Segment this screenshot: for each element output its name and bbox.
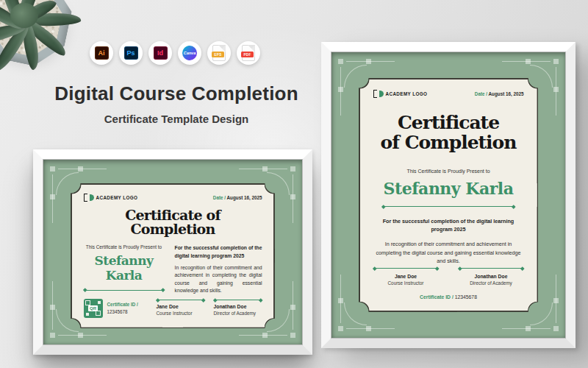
certificate-header: ACADEMY LOGO Date / August 16, 2025 xyxy=(373,90,524,98)
signature-line xyxy=(214,299,262,302)
illustrator-badge: Ai xyxy=(95,46,109,60)
landscape-certificate-frame: ACADEMY LOGO Date / August 16, 2025 Cert… xyxy=(33,149,312,355)
ornamental-divider xyxy=(84,289,165,291)
signature-block: Jane Doe Course Instructor xyxy=(157,299,205,316)
certificate-panel: ACADEMY LOGO Date / August 16, 2025 Cert… xyxy=(72,185,274,328)
signature-line xyxy=(459,267,523,270)
signer-role: Director of Academy xyxy=(214,311,262,316)
certificate-date: Date / August 16, 2025 xyxy=(475,91,524,96)
certificate-title: Certificate of Completion xyxy=(373,113,524,152)
signatures-row: Jane Doe Course Instructor Jonathan Doe … xyxy=(373,267,524,286)
description-column: For the successful completion of the dig… xyxy=(175,244,262,295)
pdf-label: PDF xyxy=(241,52,254,57)
completion-statement: For the successful completion of the dig… xyxy=(175,244,262,259)
logo-mark-icon xyxy=(90,194,94,201)
pdf-file: PDF xyxy=(242,45,255,61)
qr-code-icon: QR xyxy=(84,299,103,318)
logo-mark-icon xyxy=(379,91,384,97)
presented-label: This Certificate is Proudly Present to xyxy=(373,169,524,174)
canva-badge: Canva xyxy=(182,46,197,60)
pdf-file-icon: PDF xyxy=(237,41,260,65)
recognition-text: In recognition of their commitment and a… xyxy=(373,240,524,266)
signer-name: Jane Doe xyxy=(157,304,205,309)
plant-core xyxy=(10,3,38,28)
certificate-id-label: Certificate ID / xyxy=(107,301,138,308)
page-subtitle: Certificate Template Design xyxy=(0,113,353,125)
eps-label: EPS xyxy=(212,52,224,57)
page-title: Digital Course Completion xyxy=(0,82,353,105)
canva-icon: Canva xyxy=(178,41,201,65)
date-label: Date / xyxy=(213,195,226,200)
signer-name: Jonathan Doe xyxy=(459,274,523,279)
signer-name: Jane Doe xyxy=(373,274,438,279)
date-value: August 16, 2025 xyxy=(489,91,524,96)
certificate-footer: QR Certificate ID / 12345678 Jane D xyxy=(84,299,262,318)
certificate-date: Date / August 16, 2025 xyxy=(213,195,262,200)
succulent-plant xyxy=(0,0,93,88)
certificate-title-line1: Certificate xyxy=(373,113,524,132)
certificate-id-value: 12345678 xyxy=(107,308,138,315)
date-value: August 16, 2025 xyxy=(227,195,262,200)
date-label: Date / xyxy=(475,91,487,96)
photoshop-icon: Ps xyxy=(119,41,143,65)
certificate-id: Certificate ID / 12345678 xyxy=(373,294,524,300)
signature-block: Jane Doe Course Instructor xyxy=(373,267,438,286)
certificate-id: Certificate ID / 12345678 xyxy=(107,301,138,315)
recipient-name: Stefanny Karla xyxy=(84,253,165,283)
portrait-certificate-frame: ACADEMY LOGO Date / August 16, 2025 Cert… xyxy=(321,42,576,348)
signer-name: Jonathan Doe xyxy=(214,304,262,309)
certificate-id-label: Certificate ID / xyxy=(420,294,453,300)
signature-block: Jonathan Doe Director of Academy xyxy=(214,299,262,316)
certificate-header: ACADEMY LOGO Date / August 16, 2025 xyxy=(84,194,262,202)
photoshop-badge: Ps xyxy=(124,46,138,60)
completion-statement: For the successful completion of the dig… xyxy=(373,217,524,233)
eps-file-icon: EPS xyxy=(207,41,231,65)
software-icons-row: Ai Ps Id Canva EPS PDF xyxy=(90,41,260,65)
mockup-stage: Ai Ps Id Canva EPS PDF Digital Course Co… xyxy=(0,0,588,368)
qr-block: QR Certificate ID / 12345678 xyxy=(84,299,138,318)
eps-file: EPS xyxy=(212,45,226,61)
panel-outline: ACADEMY LOGO Date / August 16, 2025 Cert… xyxy=(71,183,275,328)
signer-role: Director of Academy xyxy=(459,280,523,286)
signature-block: Jonathan Doe Director of Academy xyxy=(459,267,523,286)
academy-logo-text: ACADEMY LOGO xyxy=(386,91,428,96)
panel-outline: ACADEMY LOGO Date / August 16, 2025 Cert… xyxy=(359,78,538,312)
recipient-name: Stefanny Karla xyxy=(373,179,524,198)
signature-line xyxy=(157,299,205,302)
landscape-certificate-mat: ACADEMY LOGO Date / August 16, 2025 Cert… xyxy=(43,159,303,345)
illustrator-icon: Ai xyxy=(90,41,113,65)
indesign-badge: Id xyxy=(154,46,168,60)
qr-label: QR xyxy=(88,305,98,311)
certificate-title-line2: of Completion xyxy=(373,132,524,152)
recipient-column: This Certificate is Proudly Present to S… xyxy=(84,244,165,295)
signature-line xyxy=(373,267,438,270)
indesign-icon: Id xyxy=(148,41,172,65)
academy-logo: ACADEMY LOGO xyxy=(373,90,428,98)
signer-role: Course Instructor xyxy=(373,280,438,286)
presented-label: This Certificate is Proudly Present to xyxy=(84,244,165,250)
ornamental-divider xyxy=(382,205,514,208)
logo-mark-icon xyxy=(373,90,377,98)
certificate-id-value: 12345678 xyxy=(455,294,477,300)
academy-logo-text: ACADEMY LOGO xyxy=(96,195,138,200)
academy-logo: ACADEMY LOGO xyxy=(84,194,138,202)
certificate-title: Certificate of Completion xyxy=(84,208,262,238)
recognition-text: In recognition of their commitment and a… xyxy=(175,264,262,295)
certificate-panel: ACADEMY LOGO Date / August 16, 2025 Cert… xyxy=(360,79,537,311)
portrait-certificate-mat: ACADEMY LOGO Date / August 16, 2025 Cert… xyxy=(331,52,566,339)
logo-mark-icon xyxy=(84,194,87,202)
signer-role: Course Instructor xyxy=(157,311,205,316)
